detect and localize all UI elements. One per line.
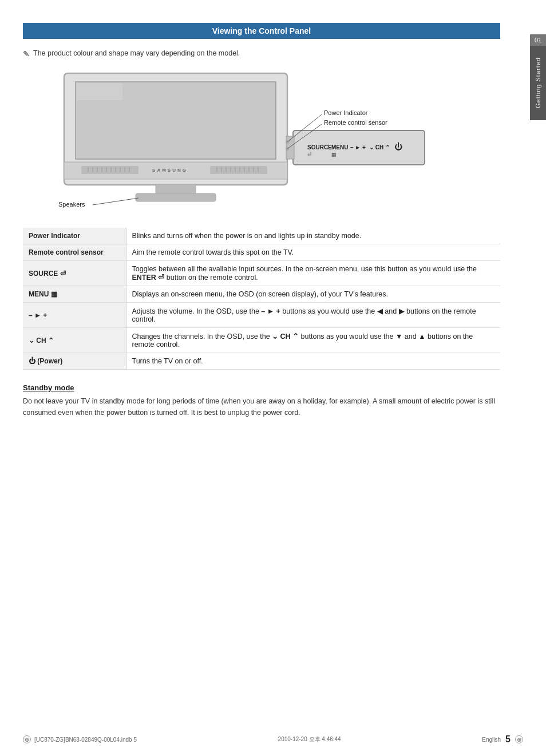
svg-point-38 <box>286 140 289 144</box>
control-label: – ► + <box>23 303 126 328</box>
table-row: Remote control sensor Aim the remote con… <box>23 244 500 261</box>
control-description: Blinks and turns off when the power is o… <box>126 228 500 244</box>
svg-text:MENU: MENU <box>331 144 348 151</box>
section-title: Viewing the Control Panel <box>212 26 311 35</box>
svg-rect-16 <box>210 166 267 174</box>
control-description: Adjusts the volume. In the OSD, use the … <box>126 303 500 328</box>
table-row: Power Indicator Blinks and turns off whe… <box>23 228 500 244</box>
diagram-area: SAMSUNG <box>47 68 476 216</box>
control-label: SOURCE ⏎ <box>23 261 126 286</box>
table-row: ⌄ CH ⌃ Changes the channels. In the OSD,… <box>23 328 500 353</box>
control-label: Remote control sensor <box>23 244 126 261</box>
svg-text:SAMSUNG: SAMSUNG <box>152 168 188 173</box>
section-number: 01 <box>530 34 546 46</box>
table-row: MENU ▦ Displays an on-screen menu, the O… <box>23 286 500 303</box>
svg-line-40 <box>287 114 322 142</box>
control-label: Power Indicator <box>23 228 126 244</box>
svg-text:Speakers: Speakers <box>58 201 85 208</box>
svg-text:SOURCE: SOURCE <box>307 144 332 151</box>
standby-text: Do not leave your TV in standby mode for… <box>23 395 500 418</box>
footer-center: 2010-12-20 오후 4:46:44 <box>278 735 341 743</box>
svg-rect-2 <box>77 83 122 100</box>
svg-rect-0 <box>64 73 287 185</box>
footer-file-info: [UC870-ZG]BN68-02849Q-00L04.indb 5 <box>34 737 137 743</box>
footer-date: 2010-12-20 오후 4:46:44 <box>278 736 341 742</box>
footer-left: ⊕ [UC870-ZG]BN68-02849Q-00L04.indb 5 <box>23 735 137 743</box>
section-header: Viewing the Control Panel <box>23 23 500 39</box>
svg-point-39 <box>286 147 289 151</box>
svg-rect-27 <box>156 184 196 195</box>
table-row: – ► + Adjusts the volume. In the OSD, us… <box>23 303 500 328</box>
control-label: ⌄ CH ⌃ <box>23 328 126 353</box>
page-number: 5 <box>505 734 511 745</box>
svg-text:Remote control sensor: Remote control sensor <box>324 119 387 126</box>
standby-section: Standby mode Do not leave your TV in sta… <box>23 383 500 418</box>
note-text: The product colour and shape may vary de… <box>33 49 240 57</box>
control-label: ⏻ (Power) <box>23 353 126 370</box>
svg-text:⌄ CH ⌃: ⌄ CH ⌃ <box>369 144 390 151</box>
section-tab-label: Getting Started <box>535 58 541 109</box>
control-description: Toggles between all the available input … <box>126 261 500 286</box>
control-description: Aim the remote control towards this spot… <box>126 244 500 261</box>
page-footer: ⊕ [UC870-ZG]BN68-02849Q-00L04.indb 5 201… <box>0 734 546 745</box>
feature-table: Power Indicator Blinks and turns off whe… <box>23 228 500 370</box>
table-row: ⏻ (Power) Turns the TV on or off. <box>23 353 500 370</box>
control-description: Changes the channels. In the OSD, use th… <box>126 328 500 353</box>
circle-mark-left: ⊕ <box>23 735 31 743</box>
svg-rect-28 <box>136 193 216 201</box>
footer-language: English <box>482 737 501 743</box>
svg-rect-1 <box>76 82 276 159</box>
svg-rect-37 <box>286 136 294 159</box>
svg-line-44 <box>93 198 139 205</box>
svg-text:– ► +: – ► + <box>350 144 366 151</box>
svg-rect-5 <box>81 166 139 174</box>
svg-text:⏎: ⏎ <box>307 152 312 157</box>
note-line: ✎ The product colour and shape may vary … <box>23 49 500 58</box>
svg-text:▦: ▦ <box>331 152 337 157</box>
svg-text:⏻: ⏻ <box>394 142 402 151</box>
standby-title: Standby mode <box>23 383 500 392</box>
control-label: MENU ▦ <box>23 286 126 303</box>
svg-line-42 <box>287 124 322 149</box>
svg-rect-29 <box>293 130 425 165</box>
control-description: Turns the TV on or off. <box>126 353 500 370</box>
footer-right: English 5 ⊕ <box>482 734 523 745</box>
control-description: Displays an on-screen menu, the OSD (on … <box>126 286 500 303</box>
svg-text:Power Indicator: Power Indicator <box>324 109 368 116</box>
note-icon: ✎ <box>23 49 30 58</box>
circle-mark-right: ⊕ <box>515 735 523 743</box>
section-tab: Getting Started <box>530 46 546 120</box>
table-row: SOURCE ⏎ Toggles between all the availab… <box>23 261 500 286</box>
svg-rect-3 <box>64 162 287 179</box>
